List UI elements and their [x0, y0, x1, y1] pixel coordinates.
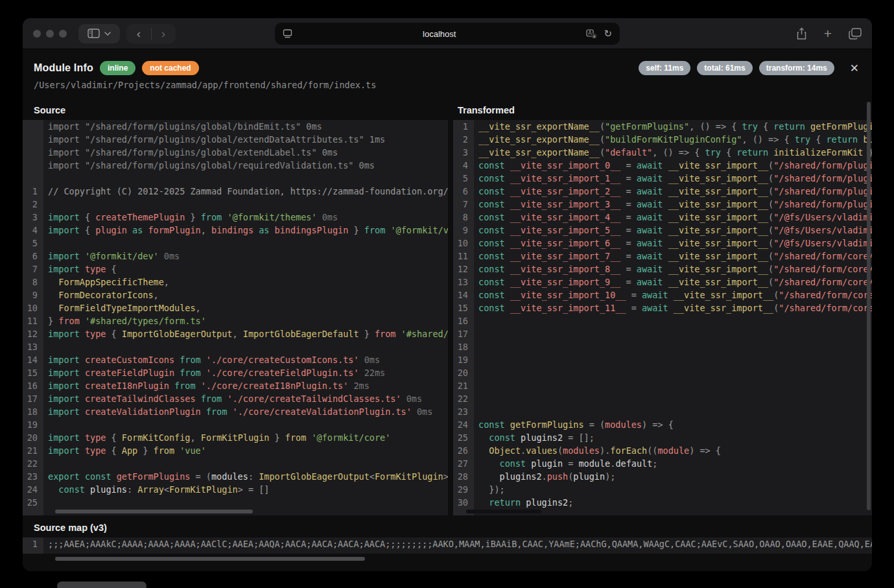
- code-text: [43, 496, 448, 509]
- line-number: 28: [453, 470, 474, 483]
- code-token: (: [768, 264, 773, 274]
- code-token: plugin: [573, 471, 605, 482]
- module-link[interactable]: './core/createI18nPlugin.ts': [201, 381, 349, 391]
- module-link[interactable]: "/shared/form/core/createTailwindClasses…: [779, 290, 872, 300]
- code-token: (: [600, 121, 605, 132]
- address-bar-icons: Aa ↻: [586, 28, 612, 40]
- code-token: __vite_ssr_import__: [668, 277, 768, 287]
- line-number: [23, 172, 43, 185]
- code-token: __vite_ssr_import__: [668, 238, 768, 248]
- module-link[interactable]: './core/createFieldPlugin.ts': [206, 368, 359, 378]
- transformed-code-area[interactable]: 1__vite_ssr_exportName__("getFormPlugins…: [453, 120, 872, 515]
- code-token: from: [375, 329, 401, 339]
- code-text: const __vite_ssr_import_11__ = await __v…: [474, 301, 872, 314]
- module-link[interactable]: "/shared/form/plugins/global/requiredVal…: [773, 199, 872, 209]
- line-number: 21: [453, 379, 474, 392]
- module-link[interactable]: "/shared/form/core/createFieldPlugin.ts": [773, 264, 872, 274]
- code-token: __vite_ssr_import__: [674, 290, 773, 300]
- module-link[interactable]: "default": [605, 147, 652, 158]
- module-link[interactable]: "/shared/form/core/createCustomIcons.ts": [773, 251, 872, 261]
- sidebar-toggle-button[interactable]: [78, 24, 120, 43]
- module-link[interactable]: "/shared/form/plugins/global/bindEmit.ts…: [773, 160, 872, 171]
- code-token: __vite_ssr_exportName__: [478, 121, 600, 132]
- code-token: import: [48, 368, 85, 378]
- module-link[interactable]: './core/createTailwindClasses.ts': [227, 394, 401, 404]
- code-text: import createCustomIcons from './core/cr…: [43, 353, 448, 366]
- tab-overview-icon[interactable]: [849, 28, 862, 40]
- code-token: = (: [190, 471, 211, 482]
- code-token: bindings: [211, 225, 253, 235]
- close-window-button[interactable]: [33, 30, 41, 38]
- line-number: 20: [453, 366, 474, 379]
- code-token: (: [768, 199, 773, 209]
- code-token: createI18nPlugin: [85, 381, 169, 391]
- line-number: 17: [453, 327, 474, 340]
- code-line: 10const __vite_ssr_import_6__ = await __…: [453, 237, 872, 250]
- module-link[interactable]: "/shared/form/core/createI18nPlugin.ts": [773, 277, 872, 287]
- code-line: 6import '@formkit/dev' 0ms: [23, 250, 448, 263]
- code-token: }: [348, 225, 364, 235]
- code-token: type: [85, 445, 112, 456]
- source-horizontal-scrollbar[interactable]: [55, 510, 253, 513]
- code-token: modules: [211, 471, 248, 482]
- share-icon[interactable]: [796, 27, 807, 40]
- module-link[interactable]: "/@fs/Users/vladimir/Projects/zammad/nod…: [773, 225, 872, 235]
- code-token: {: [112, 264, 117, 274]
- code-token: '#shared/types/utils.ts': [401, 329, 448, 339]
- source-map-code-area[interactable]: 1;;;AAEA;AAAkC;AAAA;AAAA;AAAA;AAClC;AAEA…: [23, 537, 872, 554]
- code-text: import type { FormKitConfig, FormKitPlug…: [43, 431, 448, 444]
- source-map-horizontal-scrollbar[interactable]: [55, 557, 365, 561]
- code-token: =: [620, 264, 636, 274]
- back-button[interactable]: ‹: [127, 24, 151, 43]
- address-bar[interactable]: localhost Aa ↻: [275, 23, 620, 45]
- module-link[interactable]: "/@fs/Users/vladimir/Projects/zammad/nod…: [773, 212, 872, 222]
- module-link[interactable]: "/shared/form/plugins/global/extendDataA…: [773, 173, 872, 183]
- transformed-vertical-scrollbar[interactable]: [867, 102, 871, 510]
- code-text: [474, 340, 872, 353]
- code-line: 2__vite_ssr_exportName__("buildFormKitPl…: [453, 133, 872, 146]
- line-number: 20: [23, 431, 43, 444]
- source-code-area[interactable]: import "/shared/form/plugins/global/bind…: [23, 120, 448, 515]
- code-token: =: [620, 238, 636, 248]
- minimize-window-button[interactable]: [46, 30, 54, 38]
- zoom-window-button[interactable]: [59, 30, 67, 38]
- code-line: 21: [453, 379, 872, 392]
- code-line: 30 return plugins2;: [453, 496, 872, 509]
- code-token: FormDecoratorIcons: [48, 290, 154, 300]
- line-number: 14: [453, 288, 474, 301]
- module-link[interactable]: "/shared/form/core/createValidationPlugi…: [779, 303, 872, 313]
- transformed-horizontal-scrollbar[interactable]: [466, 510, 541, 513]
- code-text: [474, 314, 872, 327]
- code-token: FormKitConfig: [122, 432, 191, 443]
- code-token: __vite_ssr_import__: [668, 212, 768, 222]
- translate-icon[interactable]: Aa: [586, 29, 597, 39]
- code-token: ,: [164, 277, 169, 287]
- code-token: (: [768, 212, 773, 222]
- code-token: const: [478, 225, 510, 235]
- module-link[interactable]: './core/createCustomIcons.ts': [206, 355, 359, 365]
- reload-icon[interactable]: ↻: [604, 28, 612, 40]
- code-token: from: [174, 368, 206, 378]
- page-settings-icon[interactable]: [283, 29, 292, 38]
- url-text[interactable]: localhost: [292, 29, 586, 39]
- code-text: FormFieldTypeImportModules,: [43, 301, 448, 314]
- new-tab-button[interactable]: +: [824, 27, 832, 40]
- module-link[interactable]: './core/createValidationPlugin.ts': [233, 406, 412, 417]
- forward-button[interactable]: ›: [152, 24, 176, 43]
- code-line: 16import createI18nPlugin from './core/c…: [23, 379, 448, 392]
- close-icon[interactable]: ✕: [850, 63, 859, 74]
- code-token: import: [48, 329, 85, 339]
- code-token: {: [85, 225, 95, 235]
- code-token: =: [620, 186, 636, 196]
- code-line: 22: [453, 392, 872, 405]
- module-link[interactable]: "/@fs/Users/vladimir/Projects/zammad/nod…: [773, 238, 872, 248]
- code-line: 11const __vite_ssr_import_7__ = await __…: [453, 250, 872, 263]
- module-link[interactable]: "/shared/form/plugins/global/extendLabel…: [773, 186, 872, 196]
- line-number: 26: [453, 444, 474, 457]
- code-token: import: [48, 225, 85, 235]
- code-token: =: [620, 160, 636, 171]
- code-line: 24 const plugins: Array<FormKitPlugin> =…: [23, 483, 448, 496]
- code-text: const __vite_ssr_import_2__ = await __vi…: [474, 185, 872, 198]
- code-token: const: [478, 303, 510, 313]
- code-token: }: [359, 329, 375, 339]
